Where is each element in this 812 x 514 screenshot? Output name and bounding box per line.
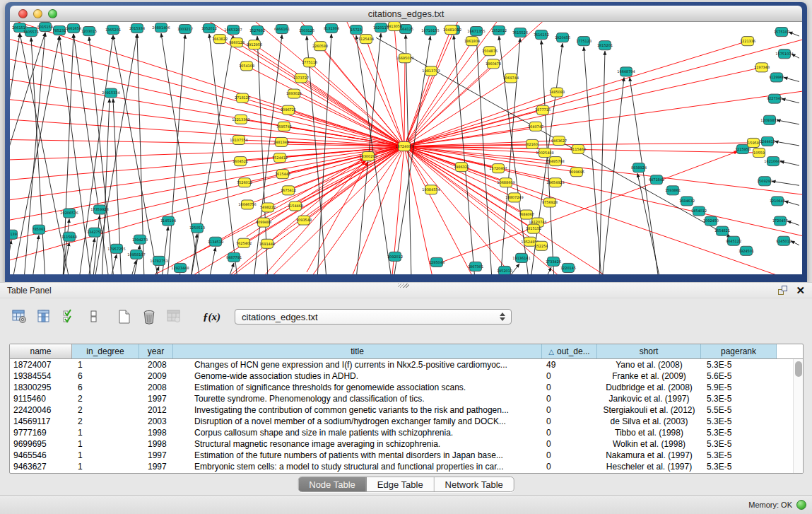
float-panel-icon[interactable] bbox=[778, 286, 787, 295]
table-row[interactable]: 1872400712008Changes of HCN gene express… bbox=[10, 359, 793, 370]
minimize-window-icon[interactable] bbox=[33, 9, 42, 18]
graph-edge[interactable] bbox=[247, 146, 404, 204]
graph-node[interactable]: 8131304 bbox=[324, 24, 339, 33]
graph-edge[interactable] bbox=[10, 146, 404, 267]
graph-node[interactable]: 1352012 bbox=[491, 26, 507, 35]
graph-node[interactable]: 1244415 bbox=[760, 136, 775, 146]
graph-node[interactable]: 9756928 bbox=[542, 198, 558, 207]
table-settings-icon[interactable] bbox=[11, 308, 28, 325]
table-row[interactable]: 1830029562008Estimation of significance … bbox=[10, 382, 793, 393]
graph-edge[interactable] bbox=[404, 78, 511, 146]
window-titlebar[interactable]: citations_edges.txt bbox=[10, 6, 802, 22]
table-row[interactable]: 1456911722003Disruption of a novel membe… bbox=[10, 416, 793, 427]
graph-node[interactable]: 7625402 bbox=[236, 238, 252, 247]
graph-node[interactable]: 39139 bbox=[10, 230, 18, 239]
graph-edge[interactable] bbox=[584, 47, 601, 274]
graph-node[interactable]: 7616152 bbox=[534, 30, 549, 40]
graph-node[interactable]: 1691448 bbox=[259, 239, 275, 248]
graph-node[interactable]: 1504876 bbox=[482, 47, 498, 56]
graph-node[interactable]: 1604521 bbox=[233, 157, 248, 166]
graph-node[interactable]: 2015334 bbox=[129, 24, 145, 33]
graph-node[interactable]: 1924501 bbox=[739, 246, 754, 255]
graph-node[interactable]: 9699695 bbox=[569, 168, 584, 177]
graph-node[interactable]: 16210643 bbox=[764, 157, 782, 166]
graph-node[interactable]: 1720455 bbox=[772, 216, 788, 226]
graph-node[interactable]: 9487791 bbox=[226, 252, 242, 262]
graph-node[interactable]: 1394273 bbox=[132, 235, 148, 244]
graph-node[interactable]: 1654108 bbox=[239, 62, 254, 71]
graph-node[interactable]: 1861804 bbox=[464, 37, 480, 46]
graph-node[interactable]: 1069744 bbox=[503, 74, 519, 83]
graph-edge[interactable] bbox=[88, 238, 95, 274]
graph-edge[interactable] bbox=[32, 235, 39, 274]
column-header-out_de[interactable]: △out_de... bbox=[542, 344, 597, 358]
graph-node[interactable]: 1503125 bbox=[299, 26, 314, 35]
graph-node[interactable]: 15723 bbox=[351, 25, 363, 35]
tab-network-table[interactable]: Network Table bbox=[435, 477, 514, 491]
graph-node[interactable]: 1092450 bbox=[703, 216, 719, 226]
graph-node[interactable]: 7485083 bbox=[549, 88, 565, 97]
graph-node[interactable]: 82160 bbox=[526, 139, 539, 148]
graph-node[interactable]: 1197343 bbox=[754, 63, 770, 72]
graph-node[interactable]: 5498222 bbox=[260, 203, 276, 212]
close-window-icon[interactable] bbox=[18, 9, 28, 18]
table-row[interactable]: 977716911998Corpus callosum shape and si… bbox=[10, 427, 793, 438]
graph-edge[interactable] bbox=[772, 181, 799, 185]
graph-edge[interactable] bbox=[782, 99, 799, 103]
show-column-icon[interactable] bbox=[36, 308, 53, 325]
graph-node[interactable]: 1569293 bbox=[757, 177, 772, 186]
graph-node[interactable]: 1405571 bbox=[23, 28, 39, 37]
graph-node[interactable]: 1815201 bbox=[597, 41, 613, 50]
network-canvas[interactable]: 2061510140557150151547852311461654120301… bbox=[10, 22, 802, 274]
graph-edge[interactable] bbox=[404, 146, 618, 274]
graph-node[interactable]: 1220145 bbox=[560, 263, 576, 272]
graph-node[interactable]: 1952013 bbox=[497, 266, 512, 274]
column-header-in_degree[interactable]: in_degree bbox=[72, 344, 139, 358]
graph-node[interactable]: 252254 bbox=[534, 241, 548, 250]
vertical-scrollbar[interactable] bbox=[793, 359, 803, 473]
graph-edge[interactable] bbox=[129, 260, 136, 274]
graph-node[interactable]: 1342757 bbox=[87, 228, 102, 237]
graph-node[interactable]: 1654821 bbox=[714, 226, 730, 235]
table-row[interactable]: 946362711997Embryonic stem cells: a mode… bbox=[10, 461, 793, 472]
graph-node[interactable]: 1093548 bbox=[296, 216, 312, 225]
table-header-row[interactable]: namein_degreeyeartitle△out_de...shortpag… bbox=[10, 344, 803, 359]
graph-edge[interactable] bbox=[293, 22, 404, 146]
table-body[interactable]: 1872400712008Changes of HCN gene express… bbox=[10, 359, 793, 473]
table-selector-dropdown[interactable]: citations_edges.txt bbox=[235, 309, 512, 325]
graph-edge[interactable] bbox=[404, 64, 493, 146]
graph-edge[interactable] bbox=[220, 39, 404, 146]
graph-node[interactable]: 1684632 bbox=[679, 197, 695, 206]
graph-node[interactable]: 6471842 bbox=[649, 175, 664, 185]
graph-node[interactable]: 1575107 bbox=[774, 28, 789, 37]
graph-node[interactable]: 12213362 bbox=[232, 115, 249, 124]
column-header-short[interactable]: short bbox=[597, 344, 701, 358]
graph-node[interactable]: 1527602 bbox=[249, 26, 265, 35]
graph-node[interactable]: 16648794 bbox=[617, 67, 635, 76]
graph-node[interactable]: 7684067 bbox=[519, 210, 534, 219]
graph-node[interactable]: 2481343 bbox=[273, 137, 289, 146]
graph-node[interactable]: 9227343 bbox=[767, 94, 782, 103]
graph-node[interactable]: 1134519 bbox=[208, 237, 223, 246]
graph-node[interactable]: 9860128 bbox=[229, 38, 245, 47]
graph-edge[interactable] bbox=[775, 141, 799, 146]
graph-node[interactable]: 1893021 bbox=[286, 89, 302, 98]
graph-edge[interactable] bbox=[780, 161, 799, 165]
graph-node[interactable]: 9845122 bbox=[726, 236, 741, 245]
graph-edge[interactable] bbox=[602, 77, 624, 274]
graph-node[interactable]: 1221336 bbox=[740, 37, 755, 46]
graph-node[interactable]: 10958107 bbox=[127, 250, 145, 259]
graph-node[interactable]: 9463627 bbox=[551, 136, 567, 145]
graph-node[interactable]: 1877715 bbox=[535, 105, 551, 115]
graph-node[interactable]: 1860478 bbox=[486, 59, 501, 69]
graph-node[interactable]: 1203015 bbox=[81, 27, 97, 36]
graph-node[interactable]: 1003217 bbox=[177, 25, 193, 34]
graph-node[interactable]: 5015154 bbox=[37, 23, 53, 32]
graph-node[interactable]: 9129966 bbox=[769, 73, 784, 82]
graph-node[interactable]: 8413054 bbox=[387, 22, 402, 31]
graph-edge[interactable] bbox=[173, 274, 180, 274]
tab-node-table[interactable]: Node Table bbox=[298, 477, 367, 491]
function-builder-icon[interactable]: ƒ(x) bbox=[203, 311, 220, 323]
graph-node[interactable]: 1145194 bbox=[160, 216, 176, 226]
graph-edge[interactable] bbox=[404, 67, 762, 146]
